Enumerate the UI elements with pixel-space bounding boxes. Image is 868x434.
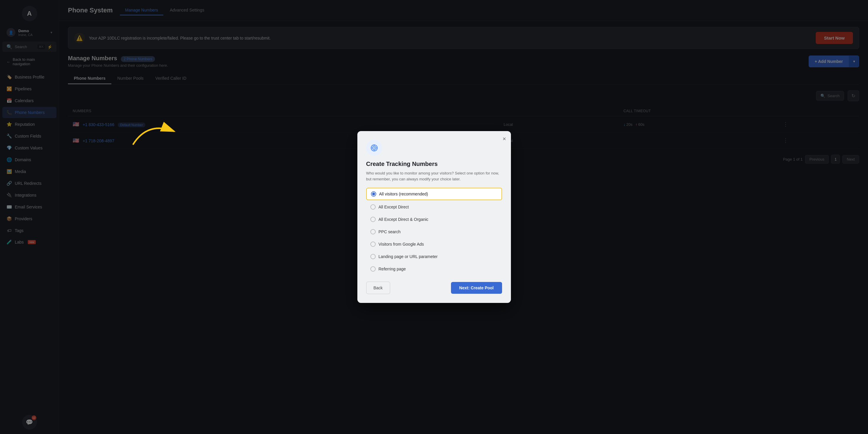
modal-close-button[interactable]: × [503,136,506,142]
modal-title: Create Tracking Numbers [366,161,502,167]
radio-label-referring-page: Referring page [379,267,406,271]
modal-overlay: × Create Tracking Numbers Who would you … [0,0,868,434]
radio-circle-google-ads [370,242,376,247]
radio-label-all-except-direct: All Except Direct [379,205,409,209]
modal-subtitle: Who would you like to monitor among your… [366,170,502,182]
radio-google-ads[interactable]: Visitors from Google Ads [366,239,502,250]
modal-icon [366,140,382,156]
radio-referring-page[interactable]: Referring page [366,264,502,275]
radio-circle-all-except-direct-organic [370,217,376,222]
modal-next-button[interactable]: Next: Create Pool [451,282,502,294]
modal-footer: Back Next: Create Pool [366,282,502,294]
radio-all-except-direct-organic[interactable]: All Except Direct & Organic [366,214,502,225]
arrow-annotation [124,115,183,151]
radio-landing-page[interactable]: Landing page or URL parameter [366,251,502,262]
radio-ppc-search[interactable]: PPC search [366,226,502,237]
radio-label-all-visitors: All visitors (recommended) [379,192,428,196]
radio-circle-ppc-search [370,229,376,235]
svg-point-3 [373,147,375,149]
modal-back-button[interactable]: Back [366,282,390,294]
radio-circle-referring-page [370,266,376,272]
radio-all-visitors[interactable]: All visitors (recommended) [366,188,502,200]
radio-label-ppc-search: PPC search [379,229,401,234]
radio-options-list: All visitors (recommended) All Except Di… [366,188,502,275]
radio-circle-all-except-direct [370,204,376,210]
create-tracking-numbers-modal: × Create Tracking Numbers Who would you … [358,131,511,303]
radio-all-except-direct[interactable]: All Except Direct [366,202,502,213]
tracking-icon [370,144,378,152]
radio-label-google-ads: Visitors from Google Ads [379,242,424,247]
radio-circle-all-visitors [371,191,376,197]
radio-label-landing-page: Landing page or URL parameter [379,254,438,259]
radio-label-all-except-direct-organic: All Except Direct & Organic [379,217,429,222]
radio-circle-landing-page [370,254,376,259]
